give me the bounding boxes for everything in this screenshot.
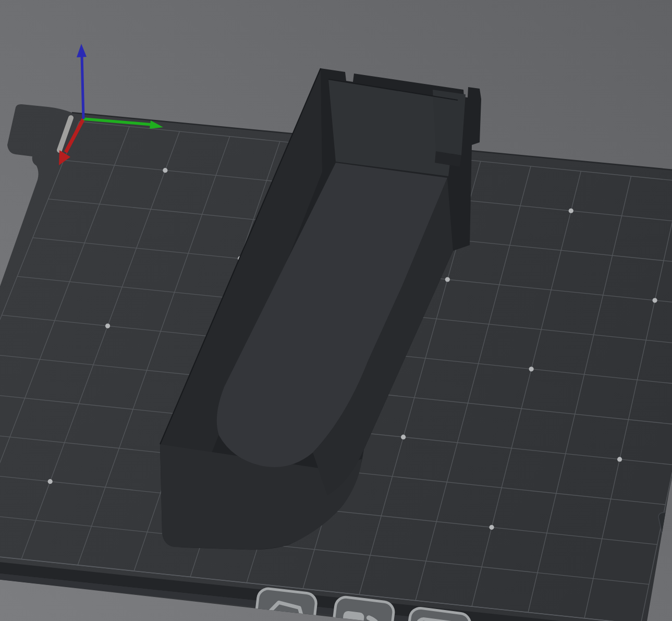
model-compartment-interior [433,90,466,155]
grid-dot [529,367,534,371]
grid-dot [569,209,573,213]
grid-dot [105,323,110,328]
slicer-3d-viewport[interactable] [0,0,672,621]
grid-dot [48,479,53,484]
grid-dot [489,525,494,530]
grid-dot [445,277,450,282]
grid-dot [617,457,622,461]
grid-dot [401,435,406,440]
grid-dot [163,168,167,173]
z-axis-blue-arrow-shaft [82,55,83,119]
grid-dot [653,298,657,302]
scene-canvas [0,0,672,621]
